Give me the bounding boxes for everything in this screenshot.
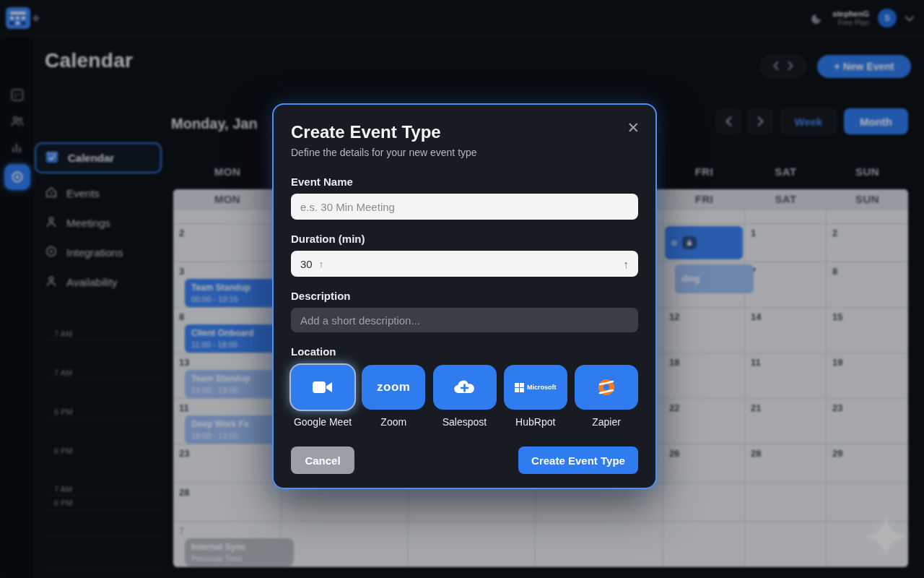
location-option-label: Google Meet bbox=[294, 416, 352, 428]
cancel-button[interactable]: Cancel bbox=[291, 447, 354, 474]
location-option-google-meet[interactable]: Google Meet bbox=[291, 365, 354, 428]
location-option-label: HubRpot bbox=[515, 416, 555, 428]
duration-label: Duration (min) bbox=[291, 233, 638, 245]
google-meet-icon bbox=[291, 365, 354, 410]
location-option-zoom[interactable]: zoom Zoom bbox=[362, 365, 425, 428]
modal-subtitle: Define the details for your new event ty… bbox=[291, 147, 638, 158]
location-options: Google Meet zoom Zoom Salespost Microsof… bbox=[291, 365, 638, 428]
zoom-icon: zoom bbox=[362, 365, 425, 410]
create-event-type-modal: Create Event Type Define the details for… bbox=[272, 103, 657, 489]
location-option-salespost[interactable]: Salespost bbox=[433, 365, 497, 428]
arrow-up-icon[interactable]: ↑ bbox=[319, 259, 324, 269]
event-name-label: Event Name bbox=[291, 176, 638, 188]
microsoft-logo-icon: Microsoft bbox=[504, 365, 567, 410]
stepper-up-icon[interactable]: ↑ bbox=[624, 258, 629, 270]
location-option-label: Zapier bbox=[592, 416, 621, 428]
location-option-zapier[interactable]: Zapier bbox=[575, 365, 638, 428]
close-icon[interactable]: ✕ bbox=[627, 119, 640, 137]
location-label: Location bbox=[291, 345, 638, 358]
modal-title: Create Event Type bbox=[291, 122, 638, 142]
location-option-hubrpot[interactable]: Microsoft HubRpot bbox=[504, 365, 567, 428]
location-option-label: Zoom bbox=[380, 416, 406, 428]
cloud-plus-icon bbox=[433, 365, 497, 410]
event-name-input[interactable] bbox=[291, 194, 638, 220]
description-input[interactable] bbox=[291, 308, 638, 332]
duration-value: 30 bbox=[300, 258, 313, 270]
duration-input[interactable]: 30 ↑ ↑ bbox=[291, 251, 638, 277]
description-label: Description bbox=[291, 290, 638, 302]
zapier-icon bbox=[575, 365, 638, 410]
create-event-type-button[interactable]: Create Event Type bbox=[518, 447, 638, 474]
location-option-label: Salespost bbox=[443, 416, 487, 428]
app-window: ❖ stephenG Free Plan S bbox=[0, 0, 924, 578]
